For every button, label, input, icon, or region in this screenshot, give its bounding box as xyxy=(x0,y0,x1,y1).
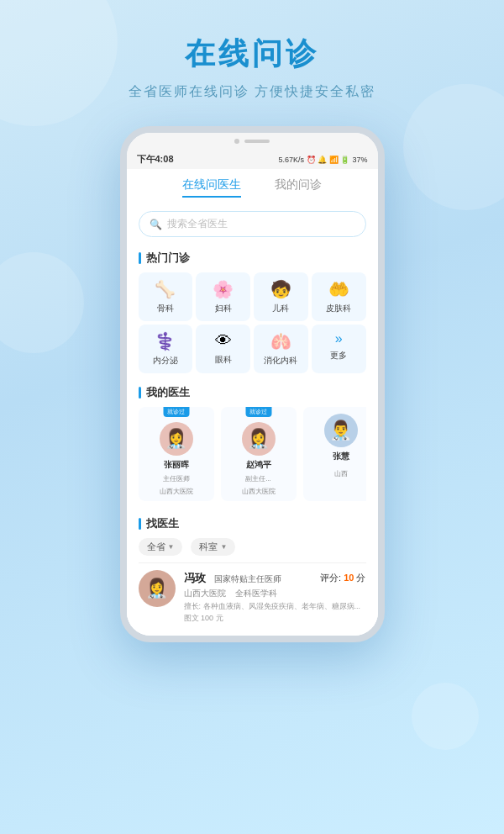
dermatology-icon: 🤲 xyxy=(328,279,349,299)
list-score-1: 评分: 10 分 xyxy=(320,572,365,584)
list-hospital-1: 山西大医院 全科医学科 xyxy=(184,588,366,599)
page-main-title: 在线问诊 xyxy=(17,34,487,75)
dept-item-endocrine[interactable]: ⚕️ 内分泌 xyxy=(139,325,193,373)
find-doctor-section: 找医生 全省 ▼ 科室 ▼ 👩‍⚕️ xyxy=(127,509,378,636)
more-icon: » xyxy=(335,331,343,346)
my-doctors-section: 我的医生 就诊过 👩‍⚕️ 张丽晖 主任医师 山西大医院 xyxy=(127,378,378,509)
phone-mockup: 下午4:08 5.67K/s ⏰ 🔔 📶 🔋 37% 在线问医生 我的问诊 🔍 … xyxy=(118,126,386,834)
tab-consult[interactable]: 在线问医生 xyxy=(182,177,241,198)
doctors-scroll: 就诊过 👩‍⚕️ 张丽晖 主任医师 山西大医院 就诊过 👩‍⚕️ xyxy=(139,407,366,504)
dept-item-ortho[interactable]: 🦴 骨科 xyxy=(139,272,193,321)
doctor-badge-1: 就诊过 xyxy=(163,407,189,417)
doctor-avatar-3: 👨‍⚕️ xyxy=(324,414,358,447)
dept-item-pediatrics[interactable]: 🧒 儿科 xyxy=(254,272,308,321)
filter-province[interactable]: 全省 ▼ xyxy=(139,538,183,556)
digestive-icon: 🫁 xyxy=(270,331,291,351)
doctor-hospital-2: 山西大医院 xyxy=(242,487,276,496)
status-battery: 37% xyxy=(352,156,367,164)
status-network: 5.67K/s xyxy=(278,156,304,164)
ophthalmology-icon: 👁 xyxy=(215,331,232,351)
search-bar[interactable]: 🔍 搜索全省医生 xyxy=(139,211,366,237)
pediatrics-icon: 🧒 xyxy=(270,279,291,299)
ophthalmology-label: 眼科 xyxy=(215,354,232,366)
dept-item-gynecology[interactable]: 🌸 妇科 xyxy=(196,272,250,321)
list-name-row-1: 冯玫 国家特贴主任医师 评分: 10 分 xyxy=(184,570,366,586)
gynecology-label: 妇科 xyxy=(215,303,232,314)
hot-dept-section: 热门门诊 🦴 骨科 🌸 妇科 🧒 儿科 xyxy=(127,244,378,378)
list-doc-name-1: 冯玫 xyxy=(184,572,206,584)
digestive-label: 消化内科 xyxy=(264,355,297,367)
doctor-hospital-1: 山西大医院 xyxy=(160,487,193,496)
dept-item-dermatology[interactable]: 🤲 皮肤科 xyxy=(312,272,366,321)
list-info-1: 冯玫 国家特贴主任医师 评分: 10 分 山西大医院 全科医学科 xyxy=(184,570,366,624)
status-time: 下午4:08 xyxy=(137,153,174,166)
dept-item-digestive[interactable]: 🫁 消化内科 xyxy=(254,325,308,373)
more-label: 更多 xyxy=(330,350,347,362)
doctor-title-2: 副主任... xyxy=(245,474,271,483)
page-subtitle: 全省医师在线问诊 方便快捷安全私密 xyxy=(17,83,487,101)
dept-item-more[interactable]: » 更多 xyxy=(312,325,366,373)
doctor-name-2: 赵鸿平 xyxy=(246,459,271,471)
hot-dept-title: 热门门诊 xyxy=(139,251,366,266)
doctor-avatar-1: 👩‍⚕️ xyxy=(160,422,193,456)
dept-grid: 🦴 骨科 🌸 妇科 🧒 儿科 🤲 皮肤科 xyxy=(139,272,366,373)
doctor-avatar-2: 👩‍⚕️ xyxy=(242,422,276,456)
pediatrics-label: 儿科 xyxy=(272,303,289,314)
search-wrapper: 🔍 搜索全省医生 xyxy=(127,204,378,244)
doctor-name-1: 张丽晖 xyxy=(164,459,189,471)
my-doctors-title: 我的医生 xyxy=(139,385,366,400)
list-doc-title-1: 国家特贴主任医师 xyxy=(214,574,281,583)
app-content: 在线问医生 我的问诊 🔍 搜索全省医生 热门门诊 🦴 xyxy=(127,169,378,636)
doctor-card-2[interactable]: 就诊过 👩‍⚕️ 赵鸿平 副主任... 山西大医院 xyxy=(221,407,297,501)
doctor-title-1: 主任医师 xyxy=(163,474,190,483)
find-doctor-title: 找医生 xyxy=(139,516,366,531)
filter-dept[interactable]: 科室 ▼ xyxy=(191,538,235,556)
doctor-hospital-3: 山西 xyxy=(334,469,348,478)
doctor-card-3[interactable]: 👨‍⚕️ 张慧 山西 xyxy=(303,407,366,501)
score-value-1: 10 xyxy=(344,573,354,583)
section-title-bar-2 xyxy=(139,387,141,399)
gynecology-icon: 🌸 xyxy=(213,279,234,299)
list-desc-1: 擅长: 各种血液病、风湿免疫疾病、老年病、糖尿病... xyxy=(184,601,366,612)
find-filters: 全省 ▼ 科室 ▼ xyxy=(139,538,366,556)
status-bar: 下午4:08 5.67K/s ⏰ 🔔 📶 🔋 37% xyxy=(127,150,378,169)
status-icons: ⏰ 🔔 📶 🔋 xyxy=(307,156,350,164)
dept-item-ophthalmology[interactable]: 👁 眼科 xyxy=(196,325,250,373)
search-placeholder-text: 搜索全省医生 xyxy=(167,217,228,231)
doctor-list-item-1[interactable]: 👩‍⚕️ 冯玫 国家特贴主任医师 评分: 10 分 xyxy=(139,562,366,631)
tab-my-consult[interactable]: 我的问诊 xyxy=(275,177,322,198)
endocrine-label: 内分泌 xyxy=(153,355,178,367)
section-title-bar xyxy=(139,252,141,264)
search-icon: 🔍 xyxy=(150,219,162,230)
ortho-label: 骨科 xyxy=(157,303,174,314)
doctor-name-3: 张慧 xyxy=(333,451,349,462)
endocrine-icon: ⚕️ xyxy=(155,331,176,351)
phone-top-bar xyxy=(127,133,378,150)
doctor-card-1[interactable]: 就诊过 👩‍⚕️ 张丽晖 主任医师 山西大医院 xyxy=(139,407,214,501)
province-dropdown-arrow: ▼ xyxy=(168,543,175,551)
list-price-1: 图文 100 元 xyxy=(184,613,366,624)
tab-bar: 在线问医生 我的问诊 xyxy=(127,169,378,204)
dept-dropdown-arrow: ▼ xyxy=(220,543,227,551)
list-avatar-1: 👩‍⚕️ xyxy=(139,570,176,607)
doctor-badge-2: 就诊过 xyxy=(245,407,271,417)
dermatology-label: 皮肤科 xyxy=(326,303,351,314)
ortho-icon: 🦴 xyxy=(155,279,176,299)
section-title-bar-3 xyxy=(139,518,141,530)
